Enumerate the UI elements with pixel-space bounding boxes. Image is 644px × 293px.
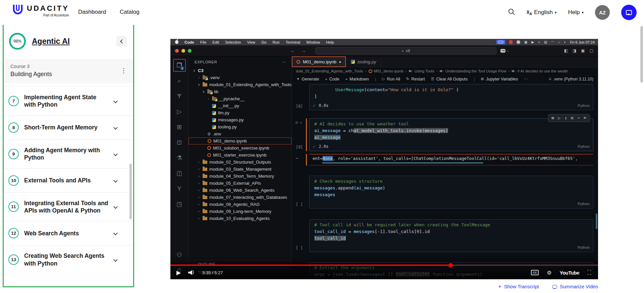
- explorer-icon: ❐1: [173, 59, 186, 72]
- program-title-link[interactable]: Agentic AI: [32, 37, 111, 46]
- breadcrumb-item: M↓Using Tools: [409, 69, 434, 73]
- cell-status-row: Python: [310, 243, 593, 252]
- tree-item-module_09_long-term_memory: ›module_09_Long-term_Memory: [189, 208, 291, 215]
- breadcrumb-separator: ›: [508, 69, 510, 73]
- sidebar-item-lesson-7[interactable]: 7Implementing Agent State with Python: [4, 86, 133, 115]
- show-transcript-button[interactable]: + Show Transcript: [498, 283, 539, 290]
- lesson-number-badge: 12: [8, 228, 19, 238]
- file-name: llm.py: [218, 110, 229, 115]
- tree-item-module_04_short_term_memory: ›module_04_Short_Term_Memory: [189, 173, 291, 180]
- code-token: =: [340, 128, 348, 133]
- markdown-icon: M↓: [440, 69, 444, 73]
- captions-button[interactable]: CC: [531, 270, 539, 275]
- sidebar-item-lesson-11[interactable]: 11Integrating External Tools and APIs wi…: [4, 192, 133, 221]
- file-name: module_05_External_APIs: [209, 181, 261, 186]
- folder-icon: [203, 210, 207, 213]
- progress-ring: 98%: [8, 32, 26, 50]
- chevron-down-icon: [113, 231, 118, 235]
- youtube-logo[interactable]: YouTube: [560, 270, 579, 276]
- sidebar-item-lesson-10[interactable]: 10External Tools and APIs: [4, 168, 133, 192]
- toolbar-generate: ✦Generate: [297, 77, 319, 81]
- lesson-list: 7Implementing Agent State with Python8Sh…: [4, 86, 133, 274]
- player-controls: ▶ 3:35 / 5:27 CC ⚙ YouTube ⌜⌝⌞⌟: [170, 266, 598, 279]
- toolbar-label: Generate: [302, 77, 319, 81]
- sidebar-collapse-button[interactable]: [116, 36, 127, 47]
- selected-cell-bar: [306, 118, 307, 151]
- horizontal-scrollbar: [322, 162, 483, 164]
- play-button[interactable]: ▶: [176, 269, 181, 276]
- toolbar-icon: ⊞: [481, 77, 484, 81]
- run-below-icon: ↧: [565, 116, 567, 120]
- code-token: ): [453, 87, 459, 92]
- file-name: module_09_Long-term_Memory: [209, 209, 271, 214]
- chevron-right-icon: ›: [197, 188, 201, 192]
- lesson-number-badge: 11: [8, 201, 19, 212]
- search-icon[interactable]: [508, 8, 515, 17]
- code-token: ): [383, 185, 385, 190]
- file-name: module_06_Web_Search_Agents: [209, 188, 274, 193]
- cell-output: ⋯ent=None, role='assistant', tool_calls=…: [292, 154, 593, 166]
- breadcrumb-label: # AI decides to use the weath: [518, 69, 568, 73]
- tree-item-module_06_web_search_agents: ›module_06_Web_Search_Agents: [189, 187, 291, 194]
- chevron-down-icon: ∨: [197, 83, 201, 86]
- plus-icon: +: [498, 283, 501, 290]
- mac-menu-edit: Edit: [212, 40, 219, 44]
- sidebar-item-lesson-13[interactable]: 13Creating Web Search Agents with Python: [4, 245, 133, 274]
- tree-item-llm.py: llm.py: [189, 109, 291, 116]
- tree-item-module_01_extending_agents_with_tools: ∨module_01_Extending_Agents_with_Tools: [189, 81, 291, 88]
- mac-menu-go: Go: [261, 40, 266, 44]
- execution-count: [ ]: [296, 246, 303, 250]
- window-controls: [175, 49, 192, 53]
- course-card: Course 3 Building Agents ⋮: [4, 59, 133, 83]
- course-menu-icon[interactable]: ⋮: [120, 69, 127, 72]
- editor-tab-tooling.py: tooling.py: [346, 56, 381, 67]
- fullscreen-button[interactable]: ⌜⌝⌞⌟: [587, 270, 592, 275]
- breadcrumb-label: Using Tools: [415, 69, 434, 73]
- chevron-right-icon: ›: [207, 97, 210, 101]
- mac-menu-code: Code: [184, 40, 194, 44]
- selected-cell-bar: [306, 154, 307, 166]
- file-name: C3: [198, 68, 204, 73]
- volume-icon[interactable]: [188, 270, 195, 275]
- sidebar-scrollbar[interactable]: [129, 164, 132, 219]
- folder-icon: [203, 217, 207, 220]
- help-menu[interactable]: Help ▾: [568, 9, 584, 16]
- nav-link-dashboard[interactable]: Dashboard: [78, 9, 106, 15]
- breadcrumb-label: Understanding the Tool Usage Flow: [445, 69, 506, 73]
- summarize-video-label: Summarize Video: [560, 284, 598, 289]
- language-label: English: [534, 9, 553, 16]
- mac-menu-file: File: [200, 40, 207, 44]
- run-cell-icon: ▷: [558, 116, 560, 120]
- tree-item-module_05_external_apis: ›module_05_External_APIs: [189, 180, 291, 187]
- sidebar-item-lesson-9[interactable]: 9Adding Agent Memory with Python: [4, 139, 133, 168]
- code-token: ].id: [419, 229, 430, 234]
- chevron-right-icon: ›: [197, 202, 201, 206]
- summarize-video-button[interactable]: Summarize Video: [552, 283, 598, 290]
- avatar[interactable]: AZ: [595, 5, 610, 20]
- player-settings-icon[interactable]: ⚙: [547, 270, 551, 276]
- forks-icon: Y: [173, 182, 186, 195]
- language-selector[interactable]: x̄A English ▾: [527, 9, 557, 16]
- file-name: M01_starter_exercise.ipynb: [213, 153, 267, 158]
- video-player[interactable]: CodeFileEditSelectionViewGoRunTerminalWi…: [170, 39, 598, 279]
- breadcrumb-label: M01_demo.ipynb: [374, 69, 404, 73]
- toolbar-label: Clear All Outputs: [436, 77, 468, 81]
- chat-button[interactable]: [621, 5, 637, 20]
- toolbar-label: Markdown: [350, 77, 369, 81]
- execution-count: [8]: [296, 104, 303, 109]
- sidebar-item-lesson-8[interactable]: 8Short-Term Agent Memory: [4, 115, 133, 139]
- lesson-title: Integrating External Tools and APIs with…: [24, 199, 109, 215]
- chevron-down-icon: [113, 257, 118, 262]
- sidebar-item-lesson-12[interactable]: 12Web Search Agents: [4, 221, 133, 245]
- code-token: # Check messages structure: [314, 179, 383, 184]
- breadcrumb-item: M↓Understanding the Tool Usage Flow: [440, 69, 506, 73]
- tree-item-module_03_state_management: ›module_03_State_Management: [189, 166, 291, 173]
- nav-link-catalog[interactable]: Catalog: [120, 9, 140, 15]
- cell-code-box: # Check messages structuremessages.appen…: [309, 176, 593, 209]
- jupyter-icon: ◫: [173, 167, 186, 180]
- chevron-right-icon: ›: [197, 167, 201, 171]
- page-scrollbar[interactable]: [640, 26, 643, 82]
- tree-item-.env: ⚙.env: [189, 130, 291, 137]
- toolbar-icon: +: [325, 77, 327, 81]
- udacity-logo[interactable]: UDACITY Part of Accenture: [12, 4, 69, 17]
